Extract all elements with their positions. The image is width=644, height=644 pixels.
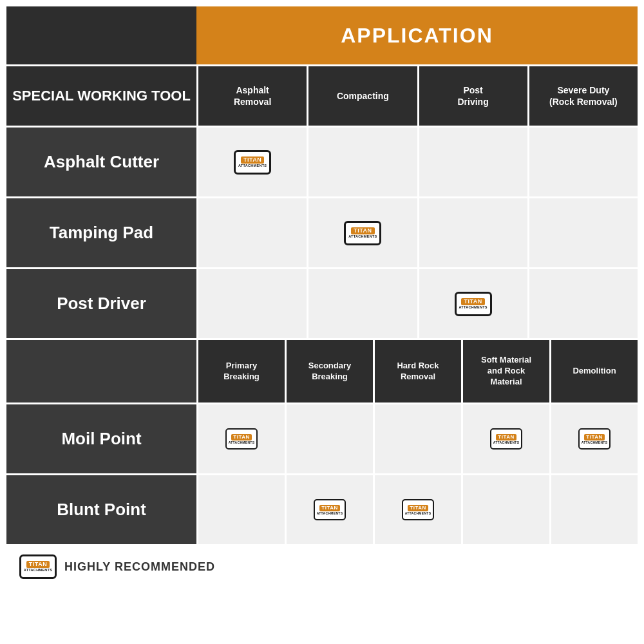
row-post-driver: Post Driver TITAN ATTACHMENTS xyxy=(6,267,638,338)
bottom-column-headers: PrimaryBreaking SecondaryBreaking Hard R… xyxy=(196,340,638,402)
titan-badge: TITAN ATTACHMENTS xyxy=(225,428,258,450)
cell-blunt-primary-breaking xyxy=(196,475,285,544)
cell-asphalt-cutter-severe-duty xyxy=(527,128,638,196)
col-primary-breaking: PrimaryBreaking xyxy=(196,340,285,402)
col-compacting: Compacting xyxy=(307,66,417,126)
row-label-asphalt-cutter: Asphalt Cutter xyxy=(6,128,196,196)
col-asphalt-removal: AsphaltRemoval xyxy=(196,66,307,126)
cell-moil-soft-material: TITAN ATTACHMENTS xyxy=(461,404,549,473)
row-blunt-point: Blunt Point TITAN ATTACHMENTS TITAN ATTA… xyxy=(6,473,638,544)
cell-tamping-pad-severe-duty xyxy=(527,198,638,267)
titan-badge: TITAN ATTACHMENTS xyxy=(455,292,492,316)
cell-moil-secondary-breaking xyxy=(285,404,373,473)
row-tamping-pad: Tamping Pad TITAN ATTACHMENTS xyxy=(6,196,638,267)
cell-blunt-hard-rock-removal: TITAN ATTACHMENTS xyxy=(373,475,461,544)
cell-blunt-secondary-breaking: TITAN ATTACHMENTS xyxy=(285,475,373,544)
titan-badge: TITAN ATTACHMENTS xyxy=(234,150,271,175)
cell-tamping-pad-compacting: TITAN ATTACHMENTS xyxy=(307,198,417,267)
titan-badge: TITAN ATTACHMENTS xyxy=(314,499,346,520)
cell-moil-primary-breaking: TITAN ATTACHMENTS xyxy=(196,404,285,473)
col-post-driving: PostDriving xyxy=(417,66,527,126)
legend-label: HIGHLY RECOMMENDED xyxy=(64,560,215,574)
col-demolition: Demolition xyxy=(549,340,638,402)
row-label-moil-point: Moil Point xyxy=(6,404,196,473)
tool-header-blank xyxy=(6,6,196,64)
row-moil-point: Moil Point TITAN ATTACHMENTS TITAN ATTAC… xyxy=(6,402,638,473)
cell-post-driver-post-driving: TITAN ATTACHMENTS xyxy=(417,269,527,338)
legend-titan-badge: TITAN ATTACHMENTS xyxy=(19,554,57,579)
titan-badge: TITAN ATTACHMENTS xyxy=(402,499,434,520)
cell-moil-hard-rock-removal xyxy=(373,404,461,473)
cell-moil-demolition: TITAN ATTACHMENTS xyxy=(549,404,638,473)
application-label: APPLICATION xyxy=(341,24,493,48)
row-asphalt-cutter: Asphalt Cutter TITAN ATTACHMENTS xyxy=(6,126,638,196)
titan-badge: TITAN ATTACHMENTS xyxy=(578,428,611,450)
col-severe-duty: Severe Duty(Rock Removal) xyxy=(527,66,638,126)
row-label-tamping-pad: Tamping Pad xyxy=(6,198,196,267)
titan-badge: TITAN ATTACHMENTS xyxy=(490,428,522,450)
col-soft-material: Soft Materialand RockMaterial xyxy=(461,340,549,402)
cell-post-driver-compacting xyxy=(307,269,417,338)
sub2-blank xyxy=(6,340,196,402)
application-header: APPLICATION xyxy=(196,6,638,64)
row-label-blunt-point: Blunt Point xyxy=(6,475,196,544)
cell-post-driver-severe-duty xyxy=(527,269,638,338)
cell-tamping-pad-post-driving xyxy=(417,198,527,267)
cell-blunt-soft-material xyxy=(461,475,549,544)
legend-row: TITAN ATTACHMENTS HIGHLY RECOMMENDED xyxy=(6,544,638,589)
cell-asphalt-cutter-compacting xyxy=(307,128,417,196)
titan-badge: TITAN ATTACHMENTS xyxy=(344,221,381,245)
cell-asphalt-cutter-asphalt-removal: TITAN ATTACHMENTS xyxy=(196,128,307,196)
col-secondary-breaking: SecondaryBreaking xyxy=(285,340,373,402)
row-label-post-driver: Post Driver xyxy=(6,269,196,338)
cell-blunt-demolition xyxy=(549,475,638,544)
cell-tamping-pad-asphalt-removal xyxy=(196,198,307,267)
col-hard-rock-removal: Hard RockRemoval xyxy=(373,340,461,402)
top-column-headers: AsphaltRemoval Compacting PostDriving Se… xyxy=(196,66,638,126)
cell-post-driver-asphalt-removal xyxy=(196,269,307,338)
special-working-tool-label: SPECIAL WORKING TOOL xyxy=(6,66,196,126)
cell-asphalt-cutter-post-driving xyxy=(417,128,527,196)
